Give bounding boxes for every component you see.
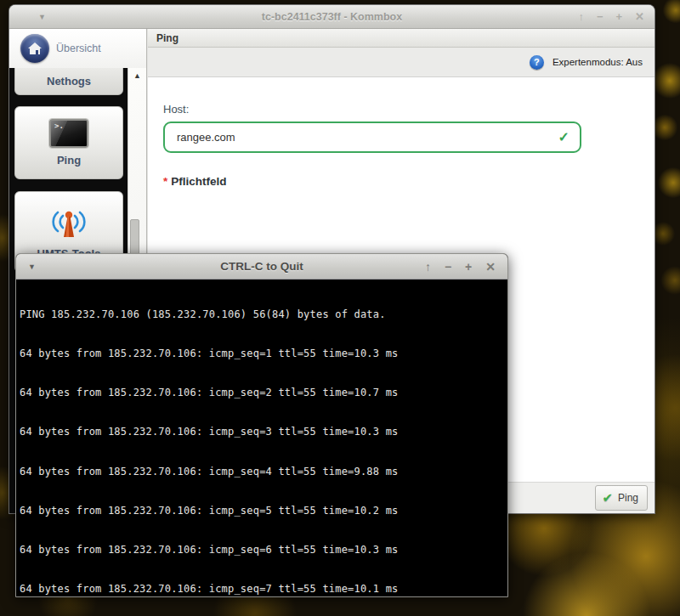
terminal-line: 64 bytes from 185.232.70.106: icmp_seq=4…	[20, 466, 507, 478]
shade-icon[interactable]: ↑	[578, 11, 584, 22]
window-title: tc-bc2411c373ff - Kommbox	[9, 11, 654, 23]
kommbox-titlebar[interactable]: ▼ tc-bc2411c373ff - Kommbox ↑ − + ✕	[9, 5, 654, 29]
terminal-line: 64 bytes from 185.232.70.106: icmp_seq=7…	[20, 583, 507, 596]
sidebar-item-label: Ping	[57, 154, 81, 167]
ping-button[interactable]: ✔ Ping	[595, 485, 648, 511]
required-label: Pflichtfeld	[171, 175, 226, 188]
sidebar-item-ping[interactable]: >. Ping	[14, 106, 123, 179]
terminal-output: PING 185.232.70.106 (185.232.70.106) 56(…	[16, 280, 507, 596]
maximize-icon[interactable]: +	[465, 261, 472, 273]
terminal-line: 64 bytes from 185.232.70.106: icmp_seq=1…	[20, 348, 507, 360]
close-icon[interactable]: ✕	[635, 11, 644, 22]
terminal-line: 64 bytes from 185.232.70.106: icmp_seq=6…	[20, 544, 507, 557]
terminal-window: ▼ CTRL-C to Quit ↑ − + ✕ PING 185.232.70…	[15, 253, 508, 597]
minimize-icon[interactable]: −	[445, 261, 451, 273]
panel-title-label: Ping	[156, 32, 178, 44]
required-field-note: *Pflichtfeld	[163, 175, 654, 188]
antenna-icon	[49, 205, 88, 243]
terminal-titlebar[interactable]: ▼ CTRL-C to Quit ↑ − + ✕	[16, 254, 507, 280]
shade-icon[interactable]: ↑	[425, 261, 431, 273]
check-icon: ✔	[602, 490, 613, 506]
help-icon[interactable]: ?	[530, 55, 544, 70]
valid-check-icon: ✓	[558, 129, 570, 145]
expert-mode-status: Expertenmodus: Aus	[552, 57, 643, 67]
window-menu-icon[interactable]: ▼	[28, 263, 36, 271]
terminal-line: 64 bytes from 185.232.70.106: icmp_seq=5…	[20, 505, 507, 517]
host-input[interactable]: rangee.com ✓	[163, 122, 581, 153]
ping-button-label: Ping	[618, 492, 638, 504]
minimize-icon[interactable]: −	[597, 11, 604, 22]
home-icon	[20, 34, 49, 63]
host-input-value[interactable]: rangee.com	[177, 131, 558, 144]
panel-title: Ping	[148, 29, 654, 48]
scroll-up-icon[interactable]: ▲	[128, 71, 146, 80]
required-asterisk: *	[163, 175, 167, 188]
close-icon[interactable]: ✕	[485, 261, 496, 273]
maximize-icon[interactable]: +	[616, 11, 623, 22]
sidebar-item-label: Übersicht	[56, 42, 101, 54]
terminal-line: 64 bytes from 185.232.70.106: icmp_seq=3…	[20, 426, 507, 438]
sidebar-item-nethogs[interactable]: Nethogs	[14, 68, 123, 95]
terminal-line: 64 bytes from 185.232.70.106: icmp_seq=2…	[20, 387, 507, 399]
sidebar-item-uebersicht[interactable]: Übersicht	[9, 29, 146, 68]
host-label: Host:	[163, 103, 654, 116]
terminal-icon: >.	[49, 119, 88, 148]
panel-toolbar: ? Expertenmodus: Aus	[148, 48, 654, 77]
sidebar-item-label: Nethogs	[47, 75, 91, 88]
window-menu-icon[interactable]: ▼	[38, 13, 46, 21]
terminal-line: PING 185.232.70.106 (185.232.70.106) 56(…	[20, 308, 507, 321]
